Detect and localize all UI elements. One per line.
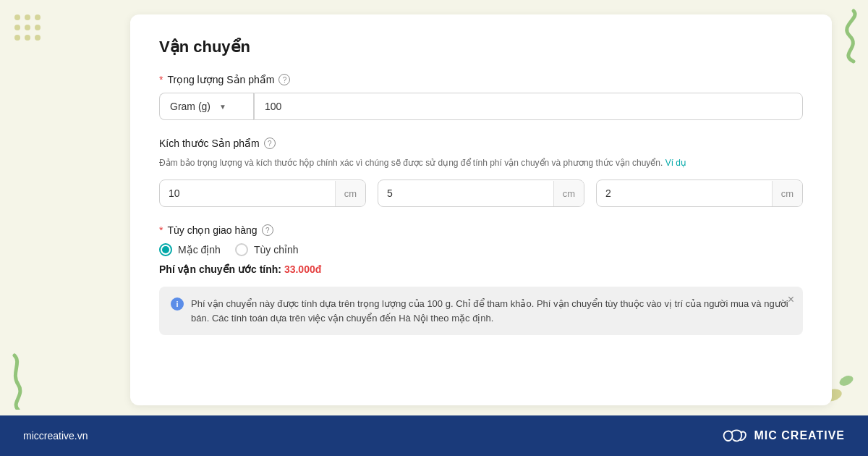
dimension-field-2: cm [378, 180, 584, 207]
dots-decoration [14, 14, 41, 45]
dim-unit-2: cm [553, 181, 584, 206]
example-link[interactable]: Ví dụ [665, 158, 686, 168]
close-button[interactable]: × [788, 294, 794, 305]
dimensions-help-icon[interactable]: ? [264, 138, 276, 149]
dim-unit-1: cm [335, 181, 365, 206]
info-text: Phí vận chuyển này được tính dựa trên tr… [191, 297, 791, 325]
footer-bar: miccreative.vn MIC CREATIVE [0, 415, 868, 456]
dim-unit-3: cm [772, 181, 802, 206]
footer-brand: MIC CREATIVE [721, 427, 845, 444]
main-card: Vận chuyển * Trọng lượng Sản phẩm ? Gram… [130, 14, 832, 405]
brand-name: MIC CREATIVE [754, 429, 845, 442]
dimension-field-3: cm [596, 180, 803, 207]
dimension-input-1[interactable] [160, 180, 335, 206]
delivery-label: * Tùy chọn giao hàng ? [159, 224, 803, 236]
dimension-field-1: cm [159, 180, 366, 207]
squiggle-bottom-left [7, 352, 43, 413]
required-star: * [159, 74, 163, 85]
dimensions-row: cm cm cm [159, 180, 803, 207]
radio-default[interactable]: Mặc định [159, 243, 221, 256]
cost-value: 33.000đ [284, 263, 321, 275]
radio-custom[interactable]: Tùy chỉnh [235, 243, 299, 256]
radio-circle-default [159, 243, 172, 256]
section-title: Vận chuyển [159, 38, 803, 56]
radio-row: Mặc định Tùy chỉnh [159, 243, 803, 256]
weight-input[interactable] [254, 93, 803, 120]
weight-field-group: * Trọng lượng Sản phẩm ? Gram (g) ▼ [159, 74, 803, 120]
dimension-input-3[interactable] [597, 180, 772, 206]
info-box: i Phí vận chuyển này được tính dựa trên … [159, 287, 803, 335]
estimated-cost: Phí vận chuyển ước tính: 33.000đ [159, 263, 803, 275]
required-star-delivery: * [159, 224, 163, 236]
weight-label: * Trọng lượng Sản phẩm ? [159, 74, 803, 85]
footer-url: miccreative.vn [23, 430, 88, 442]
dimensions-section: Kích thước Sản phẩm ? Đảm bảo trọng lượn… [159, 138, 803, 207]
dimensions-description: Đảm bảo trọng lượng và kích thước hộp ch… [159, 156, 803, 169]
dimensions-label: Kích thước Sản phẩm ? [159, 138, 803, 149]
chevron-down-icon: ▼ [219, 103, 226, 111]
unit-select[interactable]: Gram (g) ▼ [159, 93, 253, 120]
svg-point-2 [838, 373, 854, 387]
delivery-help-icon[interactable]: ? [262, 224, 273, 236]
weight-input-row: Gram (g) ▼ [159, 93, 803, 120]
delivery-section: * Tùy chọn giao hàng ? Mặc định Tùy chỉn… [159, 224, 803, 275]
brand-logo-icon [721, 427, 747, 444]
dimension-input-2[interactable] [378, 180, 553, 206]
weight-help-icon[interactable]: ? [278, 74, 290, 85]
radio-circle-custom [235, 243, 248, 256]
info-icon: i [171, 297, 184, 311]
